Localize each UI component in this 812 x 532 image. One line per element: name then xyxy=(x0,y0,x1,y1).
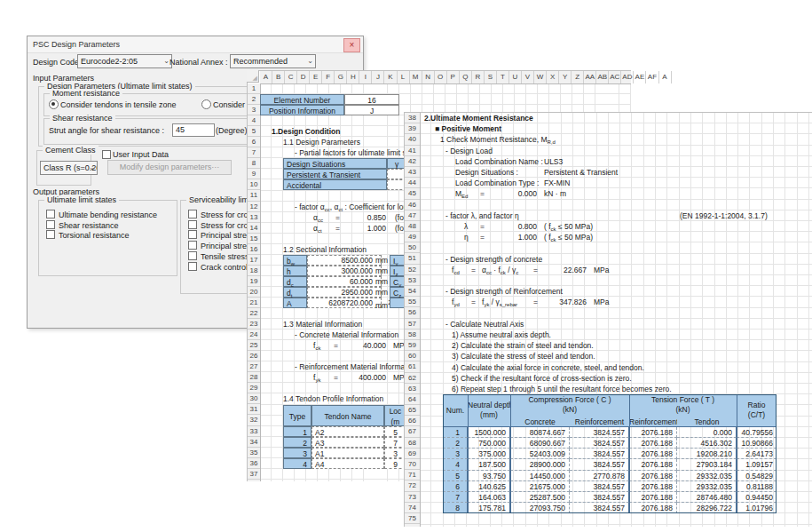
position-info-label[interactable]: Position Information xyxy=(260,105,344,115)
column-header[interactable]: T xyxy=(497,71,509,83)
column-header[interactable]: S xyxy=(485,71,497,83)
column-header[interactable]: C xyxy=(285,71,297,83)
sheet-cell[interactable]: A3 xyxy=(311,437,384,448)
row-number[interactable]: 28 xyxy=(248,372,260,383)
column-header[interactable]: A xyxy=(659,71,672,83)
sheet-cell[interactable]: Accidental xyxy=(283,179,387,190)
row-number[interactable]: 37 xyxy=(248,469,260,480)
checkbox-icon[interactable] xyxy=(188,251,197,260)
row-number[interactable]: 29 xyxy=(248,383,260,393)
strut-angle-input[interactable]: 45 xyxy=(172,123,215,137)
sheet-cell[interactable]: A1 xyxy=(311,448,384,458)
checkbox-icon[interactable] xyxy=(188,210,197,218)
column-header[interactable]: A xyxy=(260,71,272,83)
row-numbers-left[interactable]: 1234567891011121314151617181920212223242… xyxy=(248,83,261,481)
column-header[interactable]: E xyxy=(310,71,322,83)
sheet-cell[interactable]: 2 xyxy=(283,437,311,448)
row-number[interactable]: 24 xyxy=(248,330,260,340)
checkbox-icon[interactable] xyxy=(46,230,55,239)
row-number[interactable]: 6 xyxy=(248,137,260,147)
column-header[interactable]: G xyxy=(335,71,347,83)
row-number[interactable]: 30 xyxy=(248,393,260,404)
row-number[interactable]: 4 xyxy=(248,115,260,126)
column-header[interactable]: I xyxy=(359,71,372,83)
row-number[interactable]: 18 xyxy=(248,266,260,276)
row-number[interactable]: 8 xyxy=(248,158,260,169)
row-number[interactable]: 35 xyxy=(248,448,260,458)
row-number[interactable]: 5 xyxy=(248,126,260,137)
sheet-cell[interactable]: 3 xyxy=(283,448,311,458)
row-number[interactable]: 34 xyxy=(248,437,260,448)
column-header[interactable]: V xyxy=(522,71,534,83)
sheet-cell[interactable]: A2 xyxy=(311,426,384,437)
sheet-cell[interactable]: Persistent & Transient xyxy=(283,169,387,179)
column-header[interactable]: H xyxy=(347,71,359,83)
column-header[interactable]: F xyxy=(322,71,335,83)
radio-tendons-tensile[interactable] xyxy=(49,99,59,109)
sheet-cell[interactable]: h xyxy=(283,266,307,276)
row-number[interactable]: 36 xyxy=(248,458,260,469)
column-header[interactable]: D xyxy=(297,71,310,83)
row-number[interactable]: 33 xyxy=(248,426,260,437)
select-all-corner[interactable]: ◢ xyxy=(247,70,259,83)
row-number[interactable]: 12 xyxy=(248,202,260,212)
checkbox-icon[interactable] xyxy=(188,230,197,239)
column-header[interactable]: AA xyxy=(584,71,596,83)
row-number[interactable]: 3 xyxy=(248,105,260,115)
checkbox-icon[interactable] xyxy=(46,210,55,218)
column-header[interactable]: AF xyxy=(646,71,658,83)
row-number[interactable]: 32 xyxy=(248,415,260,425)
design-code-dropdown[interactable]: Eurocode2-2:05⌄ xyxy=(77,54,172,68)
column-header[interactable]: AB xyxy=(596,71,609,83)
dialog-titlebar[interactable]: PSC Design Parameters × xyxy=(28,36,363,53)
column-header[interactable]: AE xyxy=(634,71,646,83)
row-number[interactable]: 9 xyxy=(248,169,260,179)
checkbox-icon[interactable] xyxy=(46,220,55,229)
sheet-cell[interactable]: A4 xyxy=(311,458,384,469)
row-number[interactable]: 7 xyxy=(248,147,260,158)
element-number-value[interactable]: 16 xyxy=(344,94,399,105)
sheet-cell[interactable]: Type xyxy=(283,405,311,426)
column-header[interactable]: K xyxy=(384,71,397,83)
column-header[interactable]: M xyxy=(410,71,422,83)
column-header[interactable]: AD xyxy=(621,71,634,83)
row-number[interactable]: 16 xyxy=(248,244,260,255)
national-annex-dropdown[interactable]: Recommended⌄ xyxy=(230,54,316,68)
sheet-cell[interactable]: dc xyxy=(283,276,307,287)
row-number[interactable]: 13 xyxy=(248,212,260,223)
row-number[interactable]: 17 xyxy=(248,255,260,266)
row-number[interactable]: 26 xyxy=(248,351,260,361)
cement-class-dropdown[interactable]: Class R (s=0.20)⌄ xyxy=(40,161,98,175)
row-number[interactable]: 27 xyxy=(248,361,260,372)
modify-design-parameters-button[interactable]: Modify design parameters··· xyxy=(107,160,232,175)
checkbox-icon[interactable] xyxy=(188,220,197,229)
column-header[interactable]: J xyxy=(372,71,384,83)
sheet-cell[interactable]: bw xyxy=(283,255,307,266)
row-number[interactable]: 2 xyxy=(248,94,260,105)
column-header[interactable]: O xyxy=(435,71,447,83)
row-number[interactable]: 11 xyxy=(248,190,260,201)
right-sheet-pane[interactable]: 3839404142434445464748495051525354555657… xyxy=(404,112,812,527)
user-input-data-checkbox[interactable] xyxy=(102,150,111,159)
position-info-value[interactable]: J xyxy=(344,105,399,115)
column-header[interactable]: Y xyxy=(559,71,572,83)
column-headers[interactable]: ABCDEFGHIJKLMNOPQRSTUVWXYZAAABACADAEAFA xyxy=(260,71,631,84)
column-header[interactable]: P xyxy=(447,71,460,83)
element-number-label[interactable]: Element Number xyxy=(260,94,344,105)
column-header[interactable]: N xyxy=(422,71,435,83)
sheet-cell[interactable]: Tendon Name xyxy=(311,405,384,426)
column-header[interactable]: B xyxy=(272,71,285,83)
column-header[interactable]: Z xyxy=(572,71,584,83)
checkbox-icon[interactable] xyxy=(188,262,197,271)
sheet-cell[interactable]: Design Situations xyxy=(283,158,387,169)
row-number[interactable]: 10 xyxy=(248,179,260,190)
sheet-cell[interactable]: dt xyxy=(283,287,307,298)
column-header[interactable]: AC xyxy=(609,71,621,83)
row-number[interactable]: 31 xyxy=(248,404,260,415)
column-header[interactable]: X xyxy=(547,71,559,83)
row-number[interactable]: 15 xyxy=(248,234,260,244)
column-header[interactable]: U xyxy=(509,71,522,83)
radio-all-tendons[interactable] xyxy=(201,99,211,109)
row-number[interactable]: 20 xyxy=(248,287,260,298)
row-number[interactable]: 23 xyxy=(248,319,260,330)
